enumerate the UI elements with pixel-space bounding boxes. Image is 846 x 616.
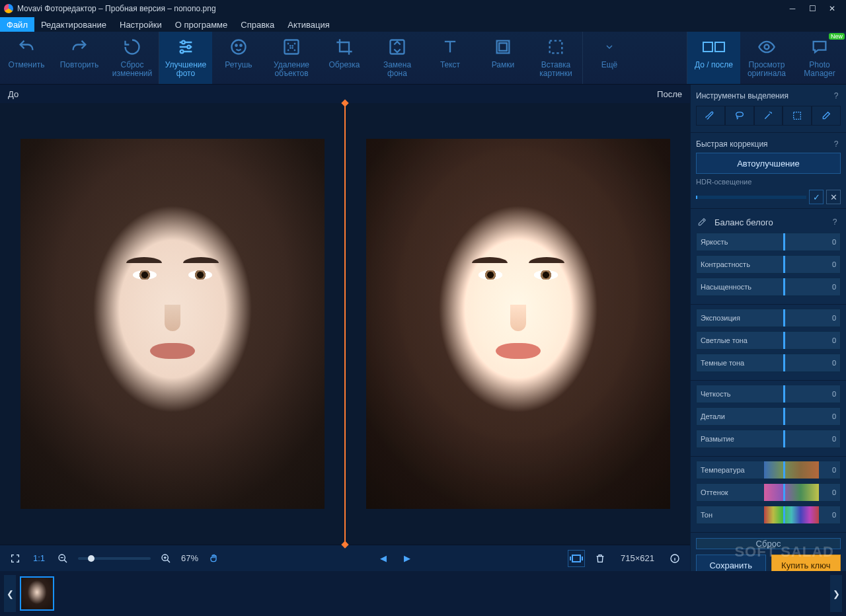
- svg-rect-11: [703, 42, 712, 52]
- enhance-photo-button[interactable]: Улучшение фото: [159, 32, 212, 84]
- minimize-button[interactable]: ─: [783, 0, 802, 17]
- before-pane[interactable]: [0, 103, 344, 545]
- zoom-slider[interactable]: [78, 557, 151, 560]
- svg-rect-18: [794, 112, 801, 120]
- erase-icon: [282, 36, 301, 58]
- app-icon: [4, 4, 13, 13]
- chevron-down-icon: [604, 36, 615, 58]
- fullscreen-button[interactable]: [7, 550, 24, 567]
- view-original-button[interactable]: Просмотр оригинала: [740, 32, 793, 84]
- slider-sliders_b-1[interactable]: Светлые тона0: [696, 331, 841, 350]
- svg-point-1: [187, 46, 190, 49]
- svg-rect-16: [572, 555, 580, 562]
- prev-button[interactable]: ◀: [375, 550, 392, 567]
- pan-button[interactable]: [205, 550, 222, 567]
- zoom-actual-button[interactable]: 1:1: [30, 550, 48, 567]
- hdr-cancel-button[interactable]: ✕: [826, 190, 841, 204]
- frames-button[interactable]: Рамки: [477, 32, 529, 84]
- menu-about[interactable]: О программе: [169, 17, 235, 32]
- slider-sliders_d-1[interactable]: Оттенок0: [696, 483, 841, 502]
- maximize-button[interactable]: ☐: [802, 0, 822, 17]
- help-icon[interactable]: ?: [831, 91, 841, 100]
- after-label: После: [657, 89, 682, 99]
- photo-after: [366, 139, 670, 509]
- swap-icon: [388, 36, 406, 58]
- menu-file[interactable]: Файл: [0, 17, 34, 32]
- reset-changes-button[interactable]: Сброс изменений: [106, 32, 159, 84]
- save-button[interactable]: Сохранить: [696, 555, 766, 571]
- text-icon: [441, 36, 459, 58]
- quick-correction-title: Быстрая коррекция: [696, 139, 768, 149]
- strip-prev-button[interactable]: ❮: [4, 575, 16, 612]
- titlebar: Movavi Фоторедактор – Пробная версия – n…: [0, 0, 846, 17]
- redo-icon: [70, 36, 89, 58]
- menubar: Файл Редактирование Настройки О программ…: [0, 17, 846, 32]
- photo-manager-button[interactable]: New Photo Manager: [793, 32, 846, 84]
- slider-sliders_a-1[interactable]: Контрастность0: [696, 255, 841, 274]
- hdr-slider[interactable]: [696, 196, 806, 199]
- change-bg-button[interactable]: Замена фона: [371, 32, 424, 84]
- film-strip: ❮ ❯: [0, 571, 846, 616]
- slider-sliders_d-0[interactable]: Температура0: [696, 461, 841, 479]
- next-button[interactable]: ▶: [399, 550, 416, 567]
- fit-button[interactable]: [568, 550, 585, 567]
- svg-point-13: [765, 45, 769, 50]
- eyedropper-icon[interactable]: [697, 217, 709, 227]
- undo-button[interactable]: Отменить: [0, 32, 53, 84]
- menu-settings[interactable]: Настройки: [113, 17, 169, 32]
- menu-edit[interactable]: Редактирование: [34, 17, 113, 32]
- eraser-select-tool[interactable]: [812, 106, 841, 126]
- reset-button[interactable]: Сброс: [696, 538, 841, 549]
- delete-button[interactable]: [592, 550, 609, 567]
- help-icon[interactable]: ?: [830, 217, 839, 227]
- chat-icon: [810, 36, 829, 58]
- strip-next-button[interactable]: ❯: [830, 575, 842, 612]
- redo-button[interactable]: Повторить: [53, 32, 106, 84]
- undo-icon: [17, 36, 36, 58]
- close-button[interactable]: ✕: [822, 0, 842, 17]
- before-label: До: [8, 89, 19, 99]
- insert-image-button[interactable]: Вставка картинки: [529, 32, 582, 84]
- menu-help[interactable]: Справка: [234, 17, 281, 32]
- wand-select-tool[interactable]: [754, 106, 783, 126]
- main-toolbar: Отменить Повторить Сброс изменений Улучш…: [0, 32, 846, 85]
- info-button[interactable]: [666, 550, 683, 567]
- buy-key-button[interactable]: Купить ключ: [771, 555, 841, 571]
- hdr-apply-button[interactable]: ✓: [809, 190, 824, 204]
- lasso-select-tool[interactable]: [725, 106, 754, 126]
- menu-activation[interactable]: Активация: [281, 17, 336, 32]
- svg-rect-10: [550, 41, 562, 54]
- retouch-button[interactable]: Ретушь: [212, 32, 265, 84]
- after-pane[interactable]: [346, 103, 690, 545]
- slider-sliders_a-2[interactable]: Насыщенность0: [696, 278, 841, 296]
- more-button[interactable]: Ещё: [583, 32, 636, 84]
- slider-sliders_c-0[interactable]: Четкость0: [696, 385, 841, 403]
- slider-sliders_b-0[interactable]: Экспозиция0: [696, 309, 841, 327]
- svg-point-4: [235, 45, 237, 46]
- compare-icon: [703, 36, 725, 58]
- hdr-label: HDR-освещение: [696, 178, 751, 186]
- svg-point-2: [180, 50, 184, 54]
- svg-rect-9: [499, 43, 507, 51]
- selection-tools-title: Инструменты выделения: [696, 91, 788, 100]
- remove-objects-button[interactable]: Удаление объектов: [265, 32, 318, 84]
- face-icon: [229, 36, 248, 58]
- slider-sliders_b-2[interactable]: Темные тона0: [696, 354, 841, 372]
- text-button[interactable]: Текст: [424, 32, 477, 84]
- slider-sliders_c-2[interactable]: Размытие0: [696, 430, 841, 448]
- before-after-button[interactable]: До / после: [687, 32, 740, 84]
- crop-button[interactable]: Обрезка: [318, 32, 371, 84]
- marquee-select-tool[interactable]: [783, 106, 812, 126]
- slider-sliders_c-1[interactable]: Детали0: [696, 407, 841, 426]
- brush-select-tool[interactable]: [696, 106, 725, 126]
- slider-sliders_a-0[interactable]: Яркость0: [696, 233, 841, 251]
- zoom-out-button[interactable]: [54, 550, 71, 567]
- image-dimensions: 715×621: [621, 553, 654, 563]
- slider-sliders_d-2[interactable]: Тон0: [696, 506, 841, 524]
- svg-point-0: [182, 41, 185, 44]
- zoom-in-button[interactable]: [157, 550, 174, 567]
- help-icon[interactable]: ?: [831, 139, 841, 149]
- eye-icon: [757, 36, 776, 58]
- thumbnail[interactable]: [20, 576, 54, 611]
- auto-enhance-button[interactable]: Автоулучшение: [696, 153, 841, 174]
